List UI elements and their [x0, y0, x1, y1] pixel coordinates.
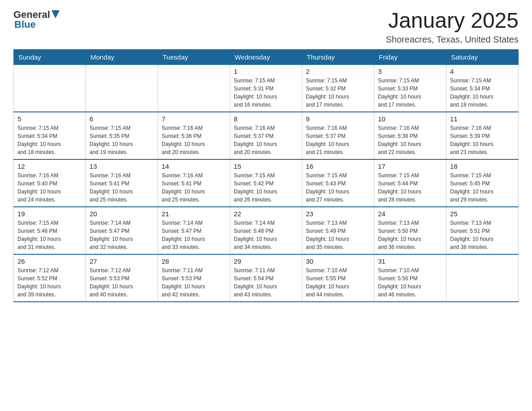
calendar-cell: 8Sunrise: 7:16 AMSunset: 5:37 PMDaylight… — [230, 112, 302, 159]
day-info: Sunrise: 7:15 AMSunset: 5:31 PMDaylight:… — [234, 77, 298, 109]
calendar-cell: 11Sunrise: 7:16 AMSunset: 5:39 PMDayligh… — [446, 112, 519, 159]
calendar-cell: 2Sunrise: 7:15 AMSunset: 5:32 PMDaylight… — [302, 64, 374, 112]
day-info: Sunrise: 7:15 AMSunset: 5:44 PMDaylight:… — [378, 171, 442, 204]
page-header: General Blue January 2025 Shoreacres, Te… — [13, 9, 519, 45]
day-info: Sunrise: 7:15 AMSunset: 5:42 PMDaylight:… — [234, 171, 298, 204]
calendar-cell: 22Sunrise: 7:14 AMSunset: 5:48 PMDayligh… — [230, 207, 302, 254]
day-number: 29 — [234, 257, 298, 265]
day-number: 30 — [306, 257, 370, 265]
day-number: 1 — [234, 68, 298, 75]
day-info: Sunrise: 7:13 AMSunset: 5:51 PMDaylight:… — [450, 219, 515, 251]
day-info: Sunrise: 7:15 AMSunset: 5:34 PMDaylight:… — [450, 77, 515, 109]
page-subtitle: Shoreacres, Texas, United States — [386, 34, 519, 45]
day-number: 2 — [306, 68, 370, 75]
day-number: 25 — [450, 210, 515, 218]
calendar-cell: 29Sunrise: 7:11 AMSunset: 5:54 PMDayligh… — [230, 254, 302, 302]
svg-marker-0 — [51, 10, 60, 18]
day-number: 10 — [378, 115, 442, 123]
calendar-cell: 7Sunrise: 7:16 AMSunset: 5:36 PMDaylight… — [158, 112, 230, 159]
calendar-week-4: 19Sunrise: 7:15 AMSunset: 5:46 PMDayligh… — [14, 207, 519, 254]
calendar-cell: 9Sunrise: 7:16 AMSunset: 5:37 PMDaylight… — [302, 112, 374, 159]
calendar-cell: 16Sunrise: 7:15 AMSunset: 5:43 PMDayligh… — [302, 159, 374, 207]
day-number: 18 — [450, 163, 515, 170]
calendar-week-2: 5Sunrise: 7:15 AMSunset: 5:34 PMDaylight… — [14, 112, 519, 159]
day-number: 22 — [234, 210, 298, 218]
calendar-cell — [86, 64, 158, 112]
day-number: 6 — [90, 115, 154, 123]
calendar-cell: 3Sunrise: 7:15 AMSunset: 5:33 PMDaylight… — [374, 64, 446, 112]
calendar-table: SundayMondayTuesdayWednesdayThursdayFrid… — [13, 49, 519, 302]
day-info: Sunrise: 7:11 AMSunset: 5:54 PMDaylight:… — [234, 266, 298, 299]
day-number: 23 — [306, 210, 370, 218]
calendar-cell: 4Sunrise: 7:15 AMSunset: 5:34 PMDaylight… — [446, 64, 519, 112]
calendar-cell: 28Sunrise: 7:11 AMSunset: 5:53 PMDayligh… — [158, 254, 230, 302]
calendar-cell: 1Sunrise: 7:15 AMSunset: 5:31 PMDaylight… — [230, 64, 302, 112]
logo: General Blue — [13, 9, 60, 30]
day-number: 9 — [306, 115, 370, 123]
day-number: 26 — [17, 257, 82, 265]
day-number: 4 — [450, 68, 515, 75]
day-info: Sunrise: 7:15 AMSunset: 5:35 PMDaylight:… — [90, 124, 154, 156]
day-info: Sunrise: 7:15 AMSunset: 5:33 PMDaylight:… — [378, 77, 442, 109]
day-info: Sunrise: 7:13 AMSunset: 5:49 PMDaylight:… — [306, 219, 370, 251]
calendar-cell: 5Sunrise: 7:15 AMSunset: 5:34 PMDaylight… — [14, 112, 86, 159]
day-number: 12 — [17, 163, 82, 170]
calendar-cell: 20Sunrise: 7:14 AMSunset: 5:47 PMDayligh… — [86, 207, 158, 254]
calendar-cell: 19Sunrise: 7:15 AMSunset: 5:46 PMDayligh… — [14, 207, 86, 254]
title-section: January 2025 Shoreacres, Texas, United S… — [386, 9, 519, 45]
calendar-week-3: 12Sunrise: 7:16 AMSunset: 5:40 PMDayligh… — [14, 159, 519, 207]
day-info: Sunrise: 7:16 AMSunset: 5:39 PMDaylight:… — [450, 124, 515, 156]
calendar-cell: 23Sunrise: 7:13 AMSunset: 5:49 PMDayligh… — [302, 207, 374, 254]
calendar-cell: 30Sunrise: 7:10 AMSunset: 5:55 PMDayligh… — [302, 254, 374, 302]
calendar-cell: 15Sunrise: 7:15 AMSunset: 5:42 PMDayligh… — [230, 159, 302, 207]
calendar-cell — [446, 254, 519, 302]
day-info: Sunrise: 7:15 AMSunset: 5:34 PMDaylight:… — [17, 124, 82, 156]
calendar-cell: 21Sunrise: 7:14 AMSunset: 5:47 PMDayligh… — [158, 207, 230, 254]
day-number: 19 — [17, 210, 82, 218]
day-number: 8 — [234, 115, 298, 123]
day-info: Sunrise: 7:16 AMSunset: 5:37 PMDaylight:… — [306, 124, 370, 156]
calendar-cell: 14Sunrise: 7:16 AMSunset: 5:41 PMDayligh… — [158, 159, 230, 207]
page-title: January 2025 — [386, 9, 519, 33]
day-info: Sunrise: 7:11 AMSunset: 5:53 PMDaylight:… — [162, 266, 226, 299]
day-info: Sunrise: 7:10 AMSunset: 5:56 PMDaylight:… — [378, 266, 442, 299]
calendar-cell: 10Sunrise: 7:16 AMSunset: 5:38 PMDayligh… — [374, 112, 446, 159]
calendar-cell: 17Sunrise: 7:15 AMSunset: 5:44 PMDayligh… — [374, 159, 446, 207]
calendar-cell: 6Sunrise: 7:15 AMSunset: 5:35 PMDaylight… — [86, 112, 158, 159]
calendar-cell — [158, 64, 230, 112]
day-info: Sunrise: 7:15 AMSunset: 5:32 PMDaylight:… — [306, 77, 370, 109]
calendar-body: 1Sunrise: 7:15 AMSunset: 5:31 PMDaylight… — [14, 64, 519, 302]
calendar-cell: 12Sunrise: 7:16 AMSunset: 5:40 PMDayligh… — [14, 159, 86, 207]
day-number: 14 — [162, 163, 226, 170]
day-header-saturday: Saturday — [446, 49, 519, 64]
day-number: 27 — [90, 257, 154, 265]
day-info: Sunrise: 7:15 AMSunset: 5:45 PMDaylight:… — [450, 171, 515, 204]
day-info: Sunrise: 7:16 AMSunset: 5:38 PMDaylight:… — [378, 124, 442, 156]
calendar-cell — [14, 64, 86, 112]
day-number: 28 — [162, 257, 226, 265]
calendar-cell: 13Sunrise: 7:16 AMSunset: 5:41 PMDayligh… — [86, 159, 158, 207]
day-number: 3 — [378, 68, 442, 75]
calendar-cell: 18Sunrise: 7:15 AMSunset: 5:45 PMDayligh… — [446, 159, 519, 207]
day-number: 20 — [90, 210, 154, 218]
logo-blue: Blue — [14, 19, 36, 30]
logo-triangle-icon — [51, 10, 60, 18]
day-number: 16 — [306, 163, 370, 170]
day-number: 5 — [17, 115, 82, 123]
day-number: 11 — [450, 115, 515, 123]
day-info: Sunrise: 7:16 AMSunset: 5:41 PMDaylight:… — [162, 171, 226, 204]
day-info: Sunrise: 7:12 AMSunset: 5:53 PMDaylight:… — [90, 266, 154, 299]
day-info: Sunrise: 7:12 AMSunset: 5:52 PMDaylight:… — [17, 266, 82, 299]
day-header-wednesday: Wednesday — [230, 49, 302, 64]
day-info: Sunrise: 7:14 AMSunset: 5:47 PMDaylight:… — [90, 219, 154, 251]
calendar-cell: 31Sunrise: 7:10 AMSunset: 5:56 PMDayligh… — [374, 254, 446, 302]
day-header-friday: Friday — [374, 49, 446, 64]
day-info: Sunrise: 7:15 AMSunset: 5:43 PMDaylight:… — [306, 171, 370, 204]
day-number: 17 — [378, 163, 442, 170]
day-info: Sunrise: 7:16 AMSunset: 5:40 PMDaylight:… — [17, 171, 82, 204]
calendar-cell: 24Sunrise: 7:13 AMSunset: 5:50 PMDayligh… — [374, 207, 446, 254]
day-number: 15 — [234, 163, 298, 170]
day-info: Sunrise: 7:14 AMSunset: 5:48 PMDaylight:… — [234, 219, 298, 251]
day-headers-row: SundayMondayTuesdayWednesdayThursdayFrid… — [14, 49, 519, 64]
calendar-cell: 26Sunrise: 7:12 AMSunset: 5:52 PMDayligh… — [14, 254, 86, 302]
